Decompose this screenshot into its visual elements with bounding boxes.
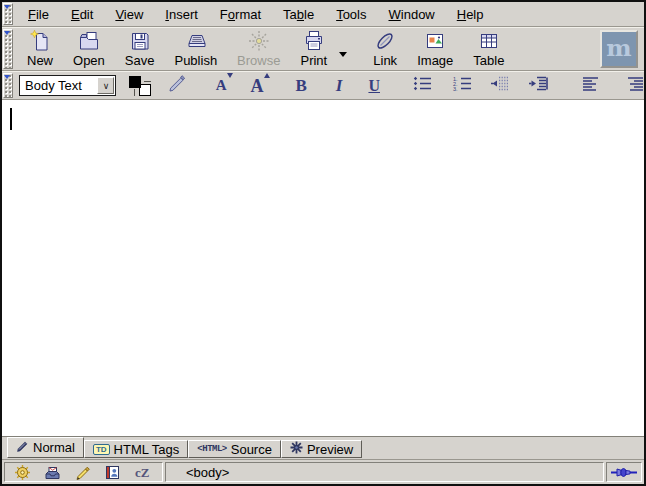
new-button[interactable]: New xyxy=(18,27,62,71)
outdent-icon xyxy=(490,75,510,96)
status-bar: cZ <body> xyxy=(2,459,644,484)
tab-source[interactable]: <HTML> Source xyxy=(188,440,281,458)
tab-normal-label: Normal xyxy=(33,440,75,455)
print-button[interactable]: Print xyxy=(291,27,336,71)
edit-mode-tabbar: Normal TD HTML Tags <HTML> Source Previe… xyxy=(2,437,644,459)
increase-font-button[interactable]: A xyxy=(250,77,263,95)
mozilla-throbber[interactable]: m xyxy=(600,30,638,68)
outdent-button[interactable] xyxy=(490,75,510,96)
pen-icon xyxy=(16,440,29,456)
editor-canvas[interactable] xyxy=(2,100,644,437)
irc-chat-icon[interactable]: cZ xyxy=(134,464,153,481)
paragraph-format-value: Body Text xyxy=(20,78,97,93)
composer-window: File Edit View Insert Format Table Tools… xyxy=(0,0,646,486)
swatch-tick xyxy=(134,89,135,96)
composer-icon[interactable] xyxy=(74,464,91,481)
menu-window[interactable]: Window xyxy=(378,4,446,25)
link-icon xyxy=(373,29,397,53)
numbered-list-icon: 1. 2. 3. xyxy=(452,75,472,96)
menu-table[interactable]: Table xyxy=(272,4,325,25)
print-group: Print xyxy=(290,27,349,71)
open-label: Open xyxy=(73,54,105,68)
address-book-icon[interactable] xyxy=(104,464,121,481)
menu-tools[interactable]: Tools xyxy=(325,4,377,25)
menu-edit[interactable]: Edit xyxy=(60,4,104,25)
highlighter-pen-icon xyxy=(168,75,186,97)
align-left-button[interactable] xyxy=(582,76,599,96)
tab-normal[interactable]: Normal xyxy=(7,437,84,458)
font-letter: A xyxy=(250,76,263,96)
online-plug-icon[interactable] xyxy=(611,466,637,479)
tab-preview[interactable]: Preview xyxy=(281,440,362,458)
swatch-tick xyxy=(144,81,151,82)
image-button[interactable]: Image xyxy=(408,27,462,71)
font-letter: A xyxy=(216,77,227,93)
navigator-icon[interactable] xyxy=(14,464,31,481)
align-left-icon xyxy=(582,76,599,96)
mail-icon[interactable] xyxy=(44,464,61,481)
print-icon xyxy=(302,29,326,53)
link-button[interactable]: Link xyxy=(364,27,406,71)
save-label: Save xyxy=(125,54,155,68)
table-icon xyxy=(477,29,501,53)
open-folder-icon xyxy=(77,29,101,53)
new-page-icon xyxy=(28,29,52,53)
bullet-list-button[interactable] xyxy=(412,75,432,96)
tab-source-label: Source xyxy=(231,442,272,457)
menu-insert[interactable]: Insert xyxy=(154,4,209,25)
open-button[interactable]: Open xyxy=(64,27,114,71)
bold-button[interactable]: B xyxy=(295,77,306,94)
table-button[interactable]: Table xyxy=(464,27,513,71)
publish-label: Publish xyxy=(174,54,217,68)
toolbar-grippy[interactable] xyxy=(3,29,13,69)
format-toolbar: Body Text ∨ A A B I U xyxy=(2,71,644,100)
decrease-font-button[interactable]: A xyxy=(216,78,227,93)
align-right-button[interactable] xyxy=(627,76,644,96)
component-bar: cZ xyxy=(4,462,163,482)
browse-icon xyxy=(247,29,271,53)
paragraph-format-select[interactable]: Body Text ∨ xyxy=(19,75,116,96)
save-button[interactable]: Save xyxy=(116,27,164,71)
text-color-picker[interactable] xyxy=(129,76,150,96)
online-status-cell xyxy=(606,462,642,482)
indent-button[interactable] xyxy=(528,75,548,96)
image-label: Image xyxy=(417,54,453,68)
mozilla-logo-glyph: m xyxy=(606,38,631,60)
chevron-down-icon[interactable]: ∨ xyxy=(97,77,114,94)
numbered-list-button[interactable]: 1. 2. 3. xyxy=(452,75,472,96)
new-label: New xyxy=(27,54,53,68)
table-insert-label: Table xyxy=(473,54,504,68)
arrow-down-icon xyxy=(227,73,233,81)
toolbar-grippy[interactable] xyxy=(3,3,13,25)
text-color-swatch[interactable] xyxy=(129,76,141,88)
starburst-icon xyxy=(290,441,303,457)
html-tag-icon: <HTML> xyxy=(197,444,226,454)
svg-text:cZ: cZ xyxy=(135,465,150,480)
structure-bar: <body> xyxy=(165,462,604,482)
menu-file[interactable]: File xyxy=(17,4,60,25)
tab-html-tags[interactable]: TD HTML Tags xyxy=(84,440,188,458)
text-caret xyxy=(10,108,12,130)
save-floppy-icon xyxy=(128,29,152,53)
publish-icon xyxy=(184,29,208,53)
body-element-button[interactable]: <body> xyxy=(186,465,229,480)
menu-help[interactable]: Help xyxy=(446,4,495,25)
italic-button[interactable]: I xyxy=(336,77,343,94)
indent-icon xyxy=(528,75,548,96)
browse-label: Browse xyxy=(237,54,280,68)
browse-button[interactable]: Browse xyxy=(228,27,289,71)
print-dropdown-arrow[interactable] xyxy=(339,52,347,61)
publish-button[interactable]: Publish xyxy=(165,27,226,71)
link-label: Link xyxy=(373,54,397,68)
arrow-up-icon xyxy=(264,70,270,78)
highlight-color-button[interactable] xyxy=(168,75,186,97)
menu-bar: File Edit View Insert Format Table Tools… xyxy=(2,2,644,27)
svg-text:3.: 3. xyxy=(453,86,458,92)
align-right-icon xyxy=(627,76,644,96)
toolbar-grippy[interactable] xyxy=(3,73,13,98)
menu-format[interactable]: Format xyxy=(209,4,272,25)
print-label: Print xyxy=(300,54,327,68)
image-icon xyxy=(423,29,447,53)
underline-button[interactable]: U xyxy=(368,78,380,94)
menu-view[interactable]: View xyxy=(104,4,154,25)
